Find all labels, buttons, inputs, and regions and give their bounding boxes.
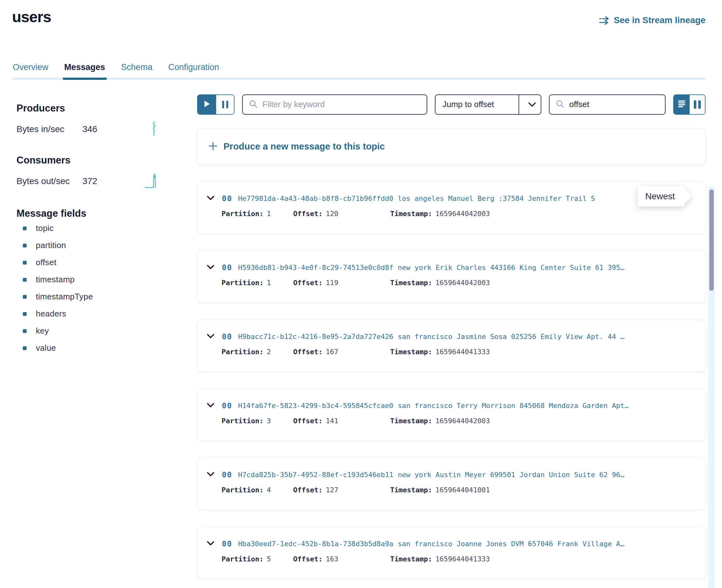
message-card: 00 H7cda825b-35b7-4952-88ef-c193d546eb11… — [197, 458, 705, 510]
bytes-in-value: 346 — [82, 124, 97, 134]
offset-label: Offset: — [293, 555, 323, 563]
chevron-down-icon[interactable] — [207, 265, 214, 271]
message-row-header[interactable]: 00 H14fa67fe-5823-4299-b3c4-595845cfcae0… — [207, 400, 696, 411]
list-view-icon — [678, 100, 686, 109]
chevron-down-icon[interactable] — [207, 334, 214, 340]
partition-value: 2 — [267, 348, 271, 356]
message-list-scrollbar-track[interactable] — [708, 186, 715, 588]
offset-value: 167 — [326, 348, 338, 356]
partition-value: 3 — [267, 417, 271, 425]
message-value-preview: los angeles Manuel Berg :37584 Jennifer … — [398, 194, 595, 203]
message-field-item[interactable]: value — [17, 340, 197, 357]
chevron-down-icon[interactable] — [523, 102, 541, 107]
produce-message-button[interactable]: Produce a new message to this topic — [197, 129, 705, 165]
message-row-header[interactable]: 00 He77981da-4a43-48ab-b8f8-cb71b96ffdd0… — [207, 193, 696, 204]
message-value-preview: san francisco Terry Morrison 845068 Mend… — [398, 402, 628, 410]
partition-label: Partition: — [222, 555, 263, 563]
offset-value: 163 — [326, 555, 338, 563]
message-meta: Partition: 5 Offset: 163 Timestamp: 1659… — [207, 555, 696, 563]
messages-toolbar: Jump to offset — [197, 94, 705, 115]
produce-message-label: Produce a new message to this topic — [224, 141, 385, 152]
message-row-header[interactable]: 00 H9bacc71c-b12c-4216-8e95-2a7da727e426… — [207, 331, 696, 342]
list-view-button[interactable] — [674, 95, 690, 114]
stream-lineage-label: See in Stream lineage — [614, 15, 705, 25]
field-bullet-icon — [23, 261, 27, 265]
pause-button[interactable] — [216, 95, 234, 114]
select-divider — [518, 95, 519, 114]
partition-label: Partition: — [222, 417, 263, 425]
offset-label: Offset: — [293, 417, 323, 425]
page-header: users See in Stream lineage — [0, 0, 722, 26]
field-bullet-icon — [23, 227, 27, 230]
offset-label: Offset: — [293, 348, 323, 356]
field-label: value — [36, 343, 56, 353]
message-fields-list: topic partition offset timestamp — [17, 220, 197, 357]
message-list-scrollbar-thumb[interactable] — [709, 189, 714, 291]
timestamp-value: 1659644041001 — [435, 486, 490, 494]
newest-indicator: Newest — [638, 186, 685, 207]
message-card: 00 H9bacc71c-b12c-4216-8e95-2a7da727e426… — [197, 320, 705, 372]
chevron-down-icon[interactable] — [207, 403, 214, 409]
columns-view-button[interactable] — [690, 95, 705, 114]
timestamp-value: 1659644042003 — [435, 210, 490, 218]
plus-icon — [208, 141, 218, 152]
timestamp-value: 1659644041333 — [435, 555, 490, 563]
chevron-down-icon[interactable] — [207, 541, 214, 547]
message-key-icon: 00 — [222, 470, 232, 479]
offset-value: 127 — [326, 486, 338, 494]
message-row-header[interactable]: 00 H5936db81-b943-4e0f-8c29-74513e0c0d8f… — [207, 262, 696, 273]
bytes-in-metric: Bytes in/sec 346 — [17, 122, 158, 137]
timestamp-label: Timestamp: — [390, 555, 432, 563]
message-value-preview: new york Erik Charles 443166 King Center… — [398, 264, 624, 272]
stream-lineage-link[interactable]: See in Stream lineage — [599, 15, 705, 25]
message-row-header[interactable]: 00 Hba30eed7-1edc-452b-8b1a-738d3b5d8a9a… — [207, 539, 696, 549]
message-field-item[interactable]: topic — [17, 220, 197, 237]
partition-label: Partition: — [222, 486, 263, 494]
timestamp-label: Timestamp: — [390, 486, 432, 494]
field-bullet-icon — [23, 278, 27, 282]
search-icon — [249, 100, 257, 109]
stream-lineage-icon — [599, 16, 610, 25]
offset-search-input[interactable] — [569, 99, 659, 110]
topic-sidebar: Producers Bytes in/sec 346 Consumers Byt… — [12, 80, 197, 588]
producers-heading: Producers — [17, 103, 197, 114]
offset-label: Offset: — [293, 210, 323, 218]
message-field-item[interactable]: partition — [17, 237, 197, 254]
partition-label: Partition: — [222, 210, 263, 218]
tab-configuration[interactable]: Configuration — [168, 62, 220, 72]
message-field-item[interactable]: headers — [17, 306, 197, 322]
field-label: key — [36, 326, 49, 336]
jump-to-offset-value: Jump to offset — [435, 100, 514, 109]
topic-tabs: Overview Messages Schema Configuration — [12, 62, 705, 80]
message-key-icon: 00 — [222, 540, 232, 548]
play-button[interactable] — [198, 95, 216, 114]
offset-label: Offset: — [293, 486, 323, 494]
bytes-out-metric: Bytes out/sec 372 — [17, 174, 158, 189]
bytes-in-sparkline — [150, 121, 158, 138]
tab-messages[interactable]: Messages — [64, 62, 106, 72]
timestamp-value: 1659644041333 — [435, 348, 490, 356]
field-bullet-icon — [23, 312, 27, 316]
message-card: 00 He77981da-4a43-48ab-b8f8-cb71b96ffdd0… — [197, 182, 705, 234]
consumers-heading: Consumers — [17, 154, 197, 166]
jump-to-offset-select[interactable]: Jump to offset — [435, 94, 541, 115]
bytes-out-label: Bytes out/sec — [17, 176, 82, 186]
message-field-item[interactable]: offset — [17, 254, 197, 271]
chevron-down-icon[interactable] — [207, 196, 214, 202]
tab-schema[interactable]: Schema — [120, 62, 153, 72]
message-value-preview: new york Austin Meyer 699501 Jordan Unio… — [398, 471, 624, 479]
play-icon — [204, 100, 210, 109]
message-field-item[interactable]: key — [17, 322, 197, 340]
timestamp-label: Timestamp: — [390, 348, 432, 356]
filter-keyword-box — [242, 94, 427, 115]
messages-panel: Jump to offset — [197, 80, 722, 588]
field-label: topic — [36, 223, 54, 233]
message-field-item[interactable]: timestamp — [17, 271, 197, 288]
tab-overview[interactable]: Overview — [12, 62, 49, 72]
message-key-icon: 00 — [222, 263, 232, 272]
page-title: users — [12, 9, 51, 26]
filter-keyword-input[interactable] — [262, 99, 420, 110]
message-field-item[interactable]: timestampType — [17, 288, 197, 306]
chevron-down-icon[interactable] — [207, 472, 214, 478]
message-row-header[interactable]: 00 H7cda825b-35b7-4952-88ef-c193d546eb11… — [207, 469, 696, 480]
